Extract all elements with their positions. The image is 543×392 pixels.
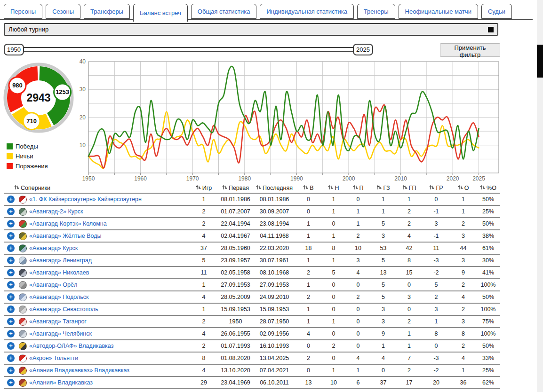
table-row: +«Авангард-Кортэк» Коломна222.04.199423.… bbox=[4, 218, 500, 230]
team-link[interactable]: «Авангард-2» Курск bbox=[28, 208, 190, 215]
team-logo bbox=[19, 208, 27, 216]
results-by-year-chart: 1020304019501960197019801990200020102020… bbox=[72, 59, 504, 182]
expand-row-button[interactable]: + bbox=[7, 330, 15, 337]
legend-item: Ничьи bbox=[7, 151, 48, 161]
team-link[interactable]: «Авангард» Севастополь bbox=[28, 306, 190, 313]
cell-w: 1 bbox=[295, 318, 321, 325]
chart-legend: ПобедыНичьиПоражения bbox=[7, 141, 48, 171]
cell-games: 4 bbox=[190, 367, 218, 374]
cell-pct: 50% bbox=[476, 294, 500, 300]
column-header-points[interactable]: О bbox=[450, 185, 476, 191]
cell-pct: 25% bbox=[476, 367, 500, 374]
expand-row-button[interactable]: + bbox=[7, 342, 15, 350]
team-link[interactable]: «Авангард» Ленинград bbox=[28, 257, 190, 264]
cell-l: 0 bbox=[346, 343, 370, 349]
tournament-dropdown[interactable]: Любой турнир bbox=[4, 23, 498, 36]
slider-track[interactable] bbox=[14, 47, 358, 52]
team-link[interactable]: «Автодор-ОЛАФ» Владикавказ bbox=[28, 343, 190, 349]
cell-d: 8 bbox=[321, 245, 346, 251]
expand-row-button[interactable]: + bbox=[7, 257, 15, 264]
cell-games: 2 bbox=[190, 343, 218, 349]
expand-row-button[interactable]: + bbox=[7, 379, 15, 386]
cell-l: 1 bbox=[346, 367, 370, 374]
slider-handle-min[interactable]: 1950 bbox=[4, 44, 24, 55]
column-header-points-pct[interactable]: %О bbox=[476, 185, 500, 191]
expand-row-button[interactable]: + bbox=[7, 208, 15, 215]
expand-row-button[interactable]: + bbox=[7, 196, 15, 203]
cell-o: 44 bbox=[450, 245, 476, 251]
column-header-losses[interactable]: П bbox=[346, 185, 370, 191]
expand-row-button[interactable]: + bbox=[7, 232, 15, 240]
apply-filter-button[interactable]: Применить фильтр bbox=[440, 43, 500, 57]
cell-first: 26.06.1955 bbox=[218, 330, 253, 337]
expand-row-button[interactable]: + bbox=[7, 354, 15, 362]
cell-d: 5 bbox=[321, 269, 346, 276]
cell-w: 0 bbox=[295, 196, 321, 203]
column-header-opponents[interactable]: Соперники bbox=[4, 185, 190, 191]
cell-ga: 4 bbox=[396, 233, 422, 239]
cell-first: 28.05.1960 bbox=[218, 245, 253, 251]
cell-o: 9 bbox=[450, 269, 476, 276]
team-link[interactable]: «Алания» Владикавказ bbox=[28, 379, 190, 386]
cell-ga: 15 bbox=[396, 269, 422, 276]
tab-individual-stats[interactable]: Индивидуальная статистика bbox=[260, 4, 354, 19]
cell-gf: 1 bbox=[370, 196, 396, 203]
expand-row-button[interactable]: + bbox=[7, 281, 15, 289]
column-header-first[interactable]: Первая bbox=[218, 185, 253, 191]
cell-last: 27.09.1953 bbox=[253, 282, 295, 288]
column-header-goals-for[interactable]: ГЗ bbox=[370, 185, 396, 191]
cell-d: 0 bbox=[321, 306, 346, 313]
page-scrollbar[interactable] bbox=[537, 0, 543, 392]
expand-row-button[interactable]: + bbox=[7, 220, 15, 227]
legend-swatch-icon bbox=[7, 153, 13, 159]
sort-icon bbox=[14, 185, 19, 191]
cell-gf: 0 bbox=[370, 367, 396, 374]
team-link[interactable]: «Авангард» Жёлтые Воды bbox=[28, 233, 190, 239]
page: ПерсоныСезоныТрансферыБаланс встречОбщая… bbox=[0, 0, 543, 392]
team-link[interactable]: «Акрон» Тольятти bbox=[28, 355, 190, 361]
svg-text:1950: 1950 bbox=[82, 175, 95, 182]
cell-ga: 2 bbox=[396, 367, 422, 374]
tab-overall-stats[interactable]: Общая статистика bbox=[191, 4, 257, 19]
table-row: +«Авангард-2» Курск201.07.200730.09.2007… bbox=[4, 206, 500, 218]
cell-w: 1 bbox=[295, 306, 321, 313]
slider-handle-max[interactable]: 2025 bbox=[353, 44, 373, 55]
cell-gd: 0 bbox=[422, 343, 450, 349]
team-link[interactable]: «Авангард» Таганрог bbox=[28, 318, 190, 325]
expand-row-button[interactable]: + bbox=[7, 293, 15, 301]
column-header-draws[interactable]: Н bbox=[321, 185, 346, 191]
team-link[interactable]: «Авангард» Курск bbox=[28, 245, 190, 251]
tab-referees[interactable]: Судьи bbox=[481, 4, 512, 19]
tab-persons[interactable]: Персоны bbox=[4, 4, 42, 19]
tab-seasons[interactable]: Сезоны bbox=[46, 4, 80, 19]
expand-row-button[interactable]: + bbox=[7, 269, 15, 276]
expand-row-button[interactable]: + bbox=[7, 367, 15, 374]
column-header-games[interactable]: Игр bbox=[190, 185, 218, 191]
scrollbar-thumb[interactable] bbox=[537, 45, 543, 78]
column-header-wins[interactable]: В bbox=[295, 185, 321, 191]
team-link[interactable]: «Авангард-Кортэк» Коломна bbox=[28, 220, 190, 227]
column-header-last[interactable]: Последняя bbox=[253, 185, 295, 191]
tab-unofficial-matches[interactable]: Неофициальные матчи bbox=[399, 4, 478, 19]
tab-coaches[interactable]: Тренеры bbox=[357, 4, 395, 19]
table-row: +«1. ФК Кайзерслаутерн» Кайзерслаутерн10… bbox=[4, 194, 500, 206]
team-link[interactable]: «Авангард» Николаев bbox=[28, 269, 190, 276]
dropdown-indicator-icon[interactable] bbox=[488, 27, 494, 32]
cell-gd: 2 bbox=[422, 294, 450, 300]
tab-balance[interactable]: Баланс встреч bbox=[133, 4, 188, 22]
expand-row-button[interactable]: + bbox=[7, 244, 15, 252]
expand-row-button[interactable]: + bbox=[7, 318, 15, 325]
cell-l: 10 bbox=[346, 245, 370, 251]
team-link[interactable]: «Авангард» Челябинск bbox=[28, 330, 190, 337]
column-header-goal-diff[interactable]: ГР bbox=[422, 185, 450, 191]
table-row: +«Авангард» Николаев1102.05.195808.10.19… bbox=[4, 267, 500, 279]
team-link[interactable]: «Алания Владикавказ» Владикавказ bbox=[28, 367, 190, 374]
team-link[interactable]: «Авангард» Подольск bbox=[28, 294, 190, 300]
team-link[interactable]: «Авангард» Орёл bbox=[28, 282, 190, 288]
cell-l: 0 bbox=[346, 330, 370, 337]
team-link[interactable]: «1. ФК Кайзерслаутерн» Кайзерслаутерн bbox=[28, 196, 190, 203]
cell-d: 1 bbox=[321, 208, 346, 215]
tab-transfers[interactable]: Трансферы bbox=[84, 4, 130, 19]
column-header-goals-against[interactable]: ГП bbox=[396, 185, 422, 191]
expand-row-button[interactable]: + bbox=[7, 306, 15, 313]
